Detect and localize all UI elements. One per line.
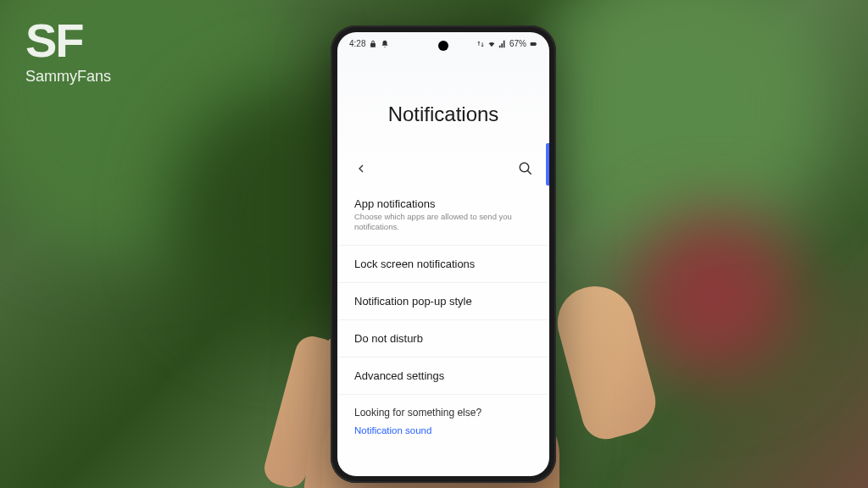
footer-section: Looking for something else? Notification…	[337, 395, 549, 441]
data-icon	[476, 40, 485, 48]
setting-dnd[interactable]: Do not disturb	[337, 320, 549, 358]
setting-lock-screen[interactable]: Lock screen notifications	[337, 246, 549, 283]
setting-desc: Choose which apps are allowed to send yo…	[354, 212, 532, 233]
svg-point-2	[520, 163, 529, 172]
setting-advanced[interactable]: Advanced settings	[337, 358, 549, 395]
watermark-name: SammyFans	[25, 68, 111, 86]
search-button[interactable]	[517, 160, 534, 177]
page-header: Notifications	[337, 52, 549, 152]
footer-prompt: Looking for something else?	[354, 407, 532, 419]
battery-icon	[529, 40, 537, 48]
watermark: SF SammyFans	[25, 17, 111, 86]
page-title: Notifications	[354, 103, 532, 126]
status-battery: 67%	[509, 39, 526, 48]
bell-icon	[381, 40, 389, 48]
setting-title: Notification pop-up style	[354, 295, 532, 308]
scroll-indicator[interactable]	[546, 143, 549, 186]
scene: SF SammyFans 4:28	[0, 0, 868, 488]
setting-app-notifications[interactable]: App notifications Choose which apps are …	[337, 186, 549, 246]
svg-rect-0	[531, 42, 537, 45]
toolbar	[337, 152, 549, 186]
setting-title: Do not disturb	[354, 332, 532, 345]
svg-rect-1	[536, 43, 537, 45]
settings-list: App notifications Choose which apps are …	[337, 186, 549, 395]
setting-title: App notifications	[354, 197, 532, 210]
wifi-icon	[487, 40, 496, 48]
status-time: 4:28	[349, 39, 365, 48]
back-button[interactable]	[353, 160, 370, 177]
phone-screen: 4:28	[337, 32, 549, 476]
lock-icon	[369, 40, 377, 48]
footer-link-notification-sound[interactable]: Notification sound	[354, 425, 532, 435]
camera-cutout	[438, 41, 448, 51]
phone-frame: 4:28	[331, 25, 556, 483]
signal-icon	[498, 40, 507, 48]
setting-title: Advanced settings	[354, 369, 532, 382]
setting-popup-style[interactable]: Notification pop-up style	[337, 283, 549, 320]
watermark-logo: SF	[25, 17, 111, 64]
setting-title: Lock screen notifications	[354, 258, 532, 270]
